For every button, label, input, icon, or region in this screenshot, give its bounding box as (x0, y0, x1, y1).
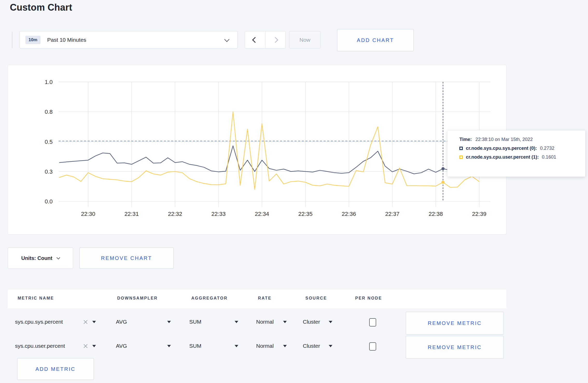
aggregator-select[interactable]: SUM (189, 343, 201, 349)
y-tick-label: 0.0 (45, 198, 53, 205)
time-range-badge: 10m (25, 36, 40, 44)
add-chart-button[interactable]: ADD CHART (337, 29, 414, 51)
per-node-checkbox[interactable] (369, 318, 376, 327)
clear-metric-icon[interactable] (83, 344, 88, 348)
hover-point-0 (442, 167, 445, 170)
metric-dropdown-icon[interactable] (92, 321, 96, 323)
prev-range-button[interactable] (245, 31, 265, 48)
tooltip-time-label: Time: (459, 137, 472, 142)
toolbar-divider (12, 32, 12, 48)
chart-tooltip: Time: 22:38:10 on Mar 15th, 2022 cr.node… (447, 130, 585, 177)
x-tick-label: 22:37 (385, 211, 400, 217)
chart-card: 1.00.80.50.30.022:3022:3122:3222:3322:34… (8, 65, 506, 235)
source-select[interactable]: Cluster (303, 319, 320, 325)
x-tick-label: 22:35 (298, 211, 312, 217)
user-series-swatch-icon (459, 155, 463, 159)
series-line-1 (59, 112, 479, 189)
rate-select[interactable]: Normal (256, 319, 274, 325)
col-rate: RATE (258, 296, 271, 301)
remove-chart-button[interactable]: REMOVE CHART (79, 247, 174, 269)
aggregator-dropdown-icon[interactable] (235, 345, 238, 347)
col-downsampler: DOWNSAMPLER (117, 296, 158, 301)
units-label: Units: Count (21, 255, 52, 261)
y-tick-label: 0.8 (45, 109, 53, 115)
per-node-checkbox[interactable] (369, 342, 376, 351)
downsampler-dropdown-icon[interactable] (167, 321, 171, 323)
chevron-down-icon (224, 37, 229, 42)
col-per-node: PER NODE (355, 296, 382, 301)
downsampler-dropdown-icon[interactable] (167, 345, 171, 347)
next-range-button[interactable] (265, 31, 286, 48)
hover-point-1 (442, 181, 445, 184)
tooltip-user-value: 0.1601 (542, 154, 556, 160)
x-tick-label: 22:32 (168, 211, 182, 217)
tooltip-sys-label: cr.node.sys.cpu.sys.percent (0): (466, 146, 537, 151)
clear-metric-icon[interactable] (83, 320, 88, 324)
metric-name-value[interactable]: sys.cpu.user.percent (15, 343, 65, 349)
source-dropdown-icon[interactable] (329, 321, 332, 323)
x-tick-label: 22:36 (342, 211, 356, 217)
x-tick-label: 22:30 (81, 211, 95, 217)
metrics-chart[interactable]: 1.00.80.50.30.022:3022:3122:3222:3322:34… (8, 65, 507, 235)
add-metric-button[interactable]: ADD METRIC (17, 358, 94, 380)
downsampler-select[interactable]: AVG (116, 343, 127, 349)
metric-dropdown-icon[interactable] (92, 345, 96, 347)
tooltip-sys-value: 0.2732 (540, 146, 554, 151)
remove-metric-button[interactable]: REMOVE METRIC (406, 336, 504, 359)
col-metric-name: METRIC NAME (18, 296, 54, 301)
rate-dropdown-icon[interactable] (283, 321, 287, 323)
rate-dropdown-icon[interactable] (283, 345, 287, 347)
tooltip-user-label: cr.node.sys.cpu.user.percent (1): (466, 154, 539, 160)
aggregator-dropdown-icon[interactable] (235, 321, 238, 323)
tooltip-time-value: 22:38:10 on Mar 15th, 2022 (475, 137, 533, 142)
remove-metric-button[interactable]: REMOVE METRIC (406, 312, 504, 335)
time-range-select[interactable]: 10m Past 10 Minutes (19, 31, 238, 48)
x-tick-label: 22:34 (255, 211, 269, 217)
y-tick-label: 0.5 (45, 139, 53, 145)
series-line-0 (59, 146, 479, 174)
col-source: SOURCE (305, 296, 327, 301)
rate-select[interactable]: Normal (256, 343, 274, 349)
x-tick-label: 22:38 (429, 211, 443, 217)
aggregator-select[interactable]: SUM (189, 319, 201, 325)
x-tick-label: 22:39 (472, 211, 486, 217)
sys-series-swatch-icon (459, 147, 463, 150)
metric-name-value[interactable]: sys.cpu.sys.percent (15, 319, 63, 325)
x-tick-label: 22:33 (211, 211, 226, 217)
now-button[interactable]: Now (289, 31, 321, 48)
chevron-left-icon (252, 37, 258, 43)
source-select[interactable]: Cluster (303, 343, 320, 349)
x-tick-label: 22:31 (124, 211, 139, 217)
downsampler-select[interactable]: AVG (116, 319, 127, 325)
y-tick-label: 1.0 (45, 79, 53, 85)
y-tick-label: 0.3 (45, 168, 53, 175)
chevron-right-icon (272, 37, 278, 43)
time-range-label: Past 10 Minutes (47, 37, 86, 43)
units-select[interactable]: Units: Count (8, 247, 73, 269)
chevron-down-icon (57, 256, 60, 259)
page-title: Custom Chart (10, 2, 72, 13)
source-dropdown-icon[interactable] (329, 345, 332, 347)
col-aggregator: AGGREGATOR (191, 296, 228, 301)
metrics-table-header: METRIC NAME DOWNSAMPLER AGGREGATOR RATE … (8, 290, 506, 308)
time-range-arrows (245, 31, 286, 48)
